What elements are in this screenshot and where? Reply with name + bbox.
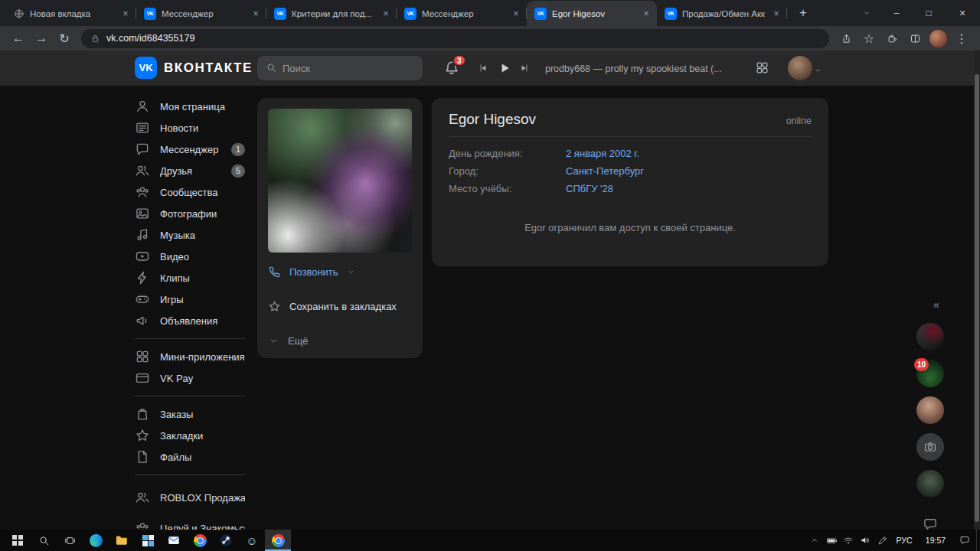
volume-icon[interactable] [857, 535, 874, 546]
scrollbar[interactable] [974, 51, 980, 530]
forward-button[interactable]: → [31, 28, 52, 49]
sidebar-item-clips[interactable]: Клипы [135, 267, 245, 289]
language-indicator[interactable]: РУС [890, 536, 918, 545]
clock[interactable]: 19:57 [918, 536, 953, 545]
sidebar-item-communities[interactable]: Сообщества [135, 181, 245, 203]
now-playing-track[interactable]: prodby668 — prolly my spookiest beat (..… [545, 64, 732, 74]
pen-icon[interactable] [874, 536, 890, 546]
bookmark-star-icon[interactable]: ☆ [858, 28, 880, 49]
back-button[interactable]: ← [8, 28, 29, 49]
vk-logo[interactable]: VK ВКОНТАКТЕ [135, 57, 253, 79]
search-input[interactable] [257, 56, 423, 80]
taskbar-app-chrome[interactable] [187, 530, 213, 551]
minimize-button[interactable]: – [880, 0, 913, 26]
extensions-puzzle-icon[interactable] [881, 28, 903, 49]
vk-profile-avatar[interactable] [788, 56, 812, 80]
field-value-link[interactable]: 2 января 2002 г. [566, 148, 639, 159]
profile-chevron-down-icon[interactable] [813, 64, 822, 78]
newspaper-icon [135, 120, 150, 135]
collapse-rail-button[interactable]: « [933, 298, 939, 311]
sidebar-item-music[interactable]: Музыка [135, 224, 245, 246]
tab-close-icon[interactable]: × [119, 8, 132, 20]
sidebar-item-files[interactable]: Файлы [135, 446, 245, 468]
sidebar-item-games[interactable]: Игры [135, 289, 245, 310]
taskbar-app-emoji[interactable]: ☺ [239, 530, 265, 551]
hidden-icons-chevron[interactable] [806, 536, 823, 545]
friend-avatar[interactable] [916, 396, 944, 424]
more-actions-button[interactable]: Ещё [268, 324, 412, 358]
wifi-icon[interactable] [840, 535, 857, 546]
start-button[interactable] [5, 530, 31, 551]
field-value-link[interactable]: Санкт-Петербург [566, 165, 644, 177]
tab-close-icon[interactable]: × [510, 8, 522, 20]
browser-profile-avatar[interactable] [929, 30, 947, 47]
globe-favicon [14, 8, 24, 19]
sidebar-item-kiss-community[interactable]: Целуй и Знакомься [135, 513, 245, 530]
field-value-link[interactable]: СПбГУ '28 [566, 183, 613, 194]
sidebar-item-my-page[interactable]: Моя страница [135, 96, 245, 117]
camera-avatar[interactable] [916, 433, 944, 461]
tab-egor-higesov[interactable]: VK Egor Higesov × [527, 1, 657, 26]
sidebar-item-miniapps[interactable]: Мини-приложения [135, 346, 245, 367]
maximize-button[interactable]: □ [913, 0, 945, 26]
sidebar-item-photos[interactable]: Фотографии [135, 203, 245, 224]
sidebar-item-bookmarks[interactable]: Закладки [135, 425, 245, 446]
photos-icon [135, 206, 150, 221]
sidebar-item-vkpay[interactable]: VK Pay [135, 367, 245, 389]
sidebar-item-news[interactable]: Новости [135, 117, 245, 139]
tab-messenger-2[interactable]: VK Мессенджер × [397, 1, 527, 26]
taskbar-app-edge[interactable] [83, 530, 109, 551]
sidebar-item-messenger[interactable]: Мессенджер1 [135, 139, 245, 160]
taskbar-search-button[interactable] [31, 530, 57, 551]
tab-messenger-1[interactable]: VK Мессенджер × [136, 1, 266, 26]
tab-criteria[interactable]: VK Критерии для под... × [266, 1, 397, 26]
tab-new-page[interactable]: Новая вкладка × [6, 1, 136, 26]
battery-icon[interactable] [823, 535, 840, 546]
services-grid-icon[interactable] [755, 60, 769, 78]
tab-sell-accounts[interactable]: VK Продажа/Обмен Акк... × [657, 1, 787, 26]
player-next-icon[interactable] [519, 63, 530, 77]
player-previous-icon[interactable] [478, 63, 488, 77]
profile-field-row: День рождения: 2 января 2002 г. [449, 145, 812, 162]
reload-button[interactable]: ↻ [54, 28, 75, 49]
friend-avatar[interactable] [916, 470, 944, 497]
save-to-bookmarks-button[interactable]: Сохранить в закладках [268, 289, 412, 324]
chrome-icon [194, 534, 207, 547]
taskbar-app-explorer[interactable] [109, 530, 135, 551]
call-button[interactable]: Позвонить [268, 255, 412, 289]
phone-icon [268, 266, 281, 279]
task-view-button[interactable] [57, 530, 83, 551]
sidebar-item-video[interactable]: Видео [135, 246, 245, 267]
community-icon [135, 490, 150, 505]
friend-avatar[interactable]: 10 [916, 360, 944, 387]
sidebar-item-friends[interactable]: Друзья5 [135, 160, 245, 181]
address-bar[interactable]: vk.com/id684355179 [81, 29, 829, 48]
taskbar-app-steam[interactable] [213, 530, 239, 551]
task-view-icon [64, 535, 76, 546]
split-screen-icon[interactable] [904, 28, 926, 49]
file-icon [135, 449, 150, 465]
browser-menu-kebab-icon[interactable]: ⋮ [951, 28, 972, 49]
player-play-icon[interactable] [498, 61, 511, 78]
sidebar-item-ads[interactable]: Объявления [135, 310, 245, 331]
action-center-icon[interactable] [953, 535, 976, 546]
taskbar-app-mail[interactable] [161, 530, 187, 551]
scrollbar-thumb[interactable] [975, 74, 979, 522]
taskbar-app-chrome-active[interactable] [265, 530, 291, 551]
folder-icon [115, 533, 129, 547]
messages-bubble-icon[interactable] [923, 517, 938, 530]
show-desktop-button[interactable] [976, 530, 980, 551]
profile-photo[interactable] [268, 109, 412, 253]
sidebar-item-roblox-community[interactable]: ROBLOX Продажа ... [135, 482, 245, 513]
tab-close-icon[interactable]: × [640, 8, 652, 20]
tab-search-button[interactable] [853, 0, 880, 26]
new-tab-button[interactable]: + [793, 3, 813, 23]
sidebar-item-orders[interactable]: Заказы [135, 403, 245, 425]
tab-close-icon[interactable]: × [250, 8, 262, 20]
tab-close-icon[interactable]: × [770, 8, 782, 20]
window-close-button[interactable]: × [945, 0, 980, 26]
share-icon[interactable] [835, 28, 857, 49]
friend-avatar[interactable] [916, 323, 944, 350]
tab-close-icon[interactable]: × [380, 8, 392, 20]
taskbar-app-store[interactable] [135, 530, 161, 551]
